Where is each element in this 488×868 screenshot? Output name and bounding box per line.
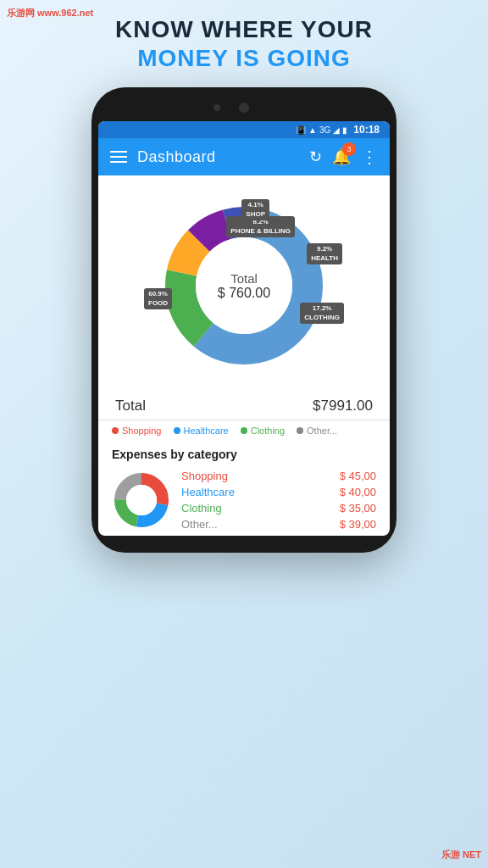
- expenses-body: Shopping $ 45,00 Healthcare $ 40,00 Clot…: [112, 468, 376, 532]
- battery-icon: ▮: [342, 125, 347, 135]
- expenses-section: Expenses by category Shopping: [98, 441, 390, 536]
- status-icons: 📳 ▲ 3G ◢ ▮ 10:18: [296, 124, 380, 136]
- phone-camera: [239, 103, 249, 113]
- expense-amount-0: $ 45,00: [340, 470, 376, 482]
- legend-row: Shopping Healthcare Clothing Other...: [98, 420, 390, 441]
- legend-dot-0: [112, 427, 119, 434]
- watermark-bottom: 乐游 NET: [441, 849, 481, 861]
- svg-point-10: [126, 485, 157, 515]
- donut-total-label: Total: [218, 271, 270, 286]
- phone-frame: 📳 ▲ 3G ◢ ▮ 10:18 Dashboard ↻ 🔔 3 ⋮: [92, 87, 396, 553]
- legend-item-3: Other...: [297, 426, 337, 436]
- wifi-icon: ▲: [308, 125, 317, 135]
- expense-amount-3: $ 39,00: [340, 518, 376, 531]
- expense-name-3: Other...: [181, 518, 218, 531]
- legend-item-1: Healthcare: [174, 426, 229, 436]
- donut-center: Total $ 760.00: [218, 271, 270, 301]
- donut-total-value: $ 760.00: [218, 286, 270, 301]
- notification-button[interactable]: 🔔 3: [332, 147, 351, 166]
- legend-label-1: Healthcare: [184, 426, 229, 436]
- app-bar-title: Dashboard: [137, 148, 299, 166]
- health-segment-label: 9.2%HEALTH: [307, 243, 342, 264]
- food-segment-label: 60.9%FOOD: [144, 288, 172, 309]
- legend-item-2: Clothing: [241, 426, 285, 436]
- donut-chart: Total $ 760.00 60.9%FOOD 17.2%CLOTHING 9…: [142, 192, 346, 379]
- chart-area: Total $ 760.00 60.9%FOOD 17.2%CLOTHING 9…: [98, 175, 390, 387]
- expense-name-2: Clothing: [181, 502, 222, 515]
- total-label: Total: [115, 398, 146, 415]
- refresh-button[interactable]: ↻: [309, 147, 322, 166]
- expense-row-2: Clothing $ 35,00: [181, 500, 376, 516]
- expense-name-1: Healthcare: [181, 486, 235, 498]
- legend-label-3: Other...: [307, 426, 337, 436]
- clothing-segment-label: 17.2%CLOTHING: [300, 303, 344, 324]
- expense-row-0: Shopping $ 45,00: [181, 468, 376, 484]
- expense-row-1: Healthcare $ 40,00: [181, 484, 376, 500]
- legend-item-0: Shopping: [112, 426, 162, 436]
- header-line1: KNOW WHERE YOUR: [17, 15, 471, 44]
- status-time: 10:18: [353, 124, 380, 136]
- legend-dot-3: [297, 427, 303, 434]
- notification-badge: 3: [342, 142, 356, 156]
- total-row: Total $7991.00: [98, 387, 390, 420]
- legend-dot-2: [241, 427, 247, 434]
- vibrate-icon: 📳: [296, 125, 306, 135]
- total-value: $7991.00: [313, 398, 373, 415]
- more-options-button[interactable]: ⋮: [361, 147, 378, 167]
- shop-segment-label: 4.1%SHOP: [241, 199, 269, 220]
- legend-label-2: Clothing: [251, 426, 285, 436]
- app-bar: Dashboard ↻ 🔔 3 ⋮: [98, 138, 390, 175]
- watermark-top: 乐游网 www.962.net: [7, 7, 93, 19]
- expense-amount-2: $ 35,00: [340, 502, 376, 515]
- phone-screen: 📳 ▲ 3G ◢ ▮ 10:18 Dashboard ↻ 🔔 3 ⋮: [98, 121, 390, 536]
- network-label: 3G: [319, 125, 330, 135]
- mini-donut-chart: [112, 470, 171, 530]
- expense-row-3: Other... $ 39,00: [181, 516, 376, 532]
- expenses-title: Expenses by category: [112, 448, 376, 461]
- legend-label-0: Shopping: [122, 426, 162, 436]
- status-bar: 📳 ▲ 3G ◢ ▮ 10:18: [98, 121, 390, 138]
- signal-icon: ◢: [333, 125, 340, 135]
- expense-name-0: Shopping: [181, 470, 228, 482]
- legend-dot-1: [174, 427, 180, 434]
- expense-amount-1: $ 40,00: [340, 486, 376, 498]
- menu-button[interactable]: [110, 151, 127, 163]
- header-line2: MONEY IS GOING: [17, 44, 471, 73]
- expenses-list: Shopping $ 45,00 Healthcare $ 40,00 Clot…: [181, 468, 376, 532]
